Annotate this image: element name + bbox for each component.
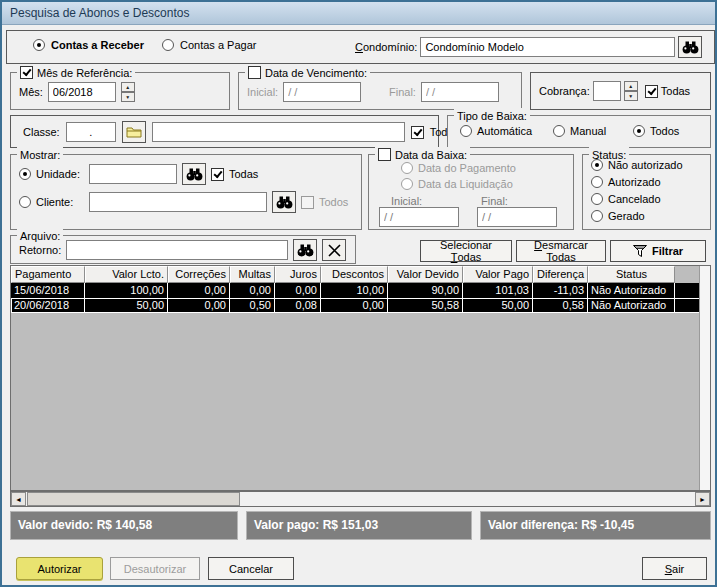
mes-label: Mês: <box>19 86 43 98</box>
desmarcar-todas-button[interactable]: Desmarcar Todas <box>516 240 606 262</box>
vencimento-final-input[interactable] <box>421 82 499 102</box>
column-header-7[interactable]: Valor Devido <box>388 266 463 283</box>
radio-status-autorizado[interactable]: Autorizado <box>591 176 661 188</box>
cobranca-todas-checkbox[interactable] <box>645 85 658 98</box>
scroll-right-arrow[interactable]: ► <box>695 492 710 506</box>
column-header-4[interactable]: Multas <box>230 266 275 283</box>
mostrar-unidade-radio[interactable] <box>19 168 31 180</box>
selecionar-todas-button[interactable]: Selecionar Todas <box>420 240 512 262</box>
retorno-search-button[interactable] <box>293 239 317 261</box>
cliente-todos-checkbox[interactable] <box>301 196 314 209</box>
radio-icon <box>33 39 45 51</box>
spin-up-icon[interactable]: ▲ <box>624 81 638 91</box>
radio-data-pagamento[interactable]: Data do Pagamento <box>401 162 516 174</box>
column-header-1[interactable]: Pagamento <box>11 266 85 283</box>
summary-valor-pago: Valor pago: R$ 151,03 <box>246 511 472 540</box>
radio-label: Automática <box>477 125 532 137</box>
radio-contas-a-pagar[interactable]: Contas a Pagar <box>162 39 256 51</box>
table-cell: Não Autorizado <box>588 298 675 313</box>
desautorizar-button[interactable]: Desautorizar <box>110 557 200 580</box>
baixa-final-input[interactable] <box>477 207 557 227</box>
cobranca-label: Cobrança: <box>539 85 590 97</box>
radio-label: Data da Liquidação <box>418 178 513 190</box>
unidade-search-button[interactable] <box>182 163 206 185</box>
scroll-thumb[interactable] <box>27 492 240 506</box>
button-label: Selecionar Todas <box>427 239 505 263</box>
retorno-input[interactable] <box>66 240 288 260</box>
group-data-vencimento: Data de Vencimento: Inicial: Final: <box>238 72 522 110</box>
data-baixa-checkbox[interactable] <box>378 148 391 161</box>
column-header-9[interactable]: Diferença <box>533 266 588 283</box>
unidade-input[interactable] <box>89 164 177 184</box>
radio-status-nao-autorizado[interactable]: Não autorizado <box>591 159 683 171</box>
spin-down-icon[interactable]: ▼ <box>624 91 638 101</box>
retorno-clear-button[interactable] <box>322 239 346 261</box>
button-label: Cancelar <box>229 563 273 575</box>
button-label: Filtrar <box>652 245 683 257</box>
mes-spinner[interactable]: ▲▼ <box>121 82 135 102</box>
radio-label: Cancelado <box>608 193 661 205</box>
unidade-todas-checkbox[interactable] <box>211 168 224 181</box>
radio-status-cancelado[interactable]: Cancelado <box>591 193 661 205</box>
spin-up-icon[interactable]: ▲ <box>121 82 135 92</box>
group-mes-referencia: Mês de Referência: Mês: ▲▼ <box>10 72 230 110</box>
grid-horizontal-scrollbar[interactable]: ◄ ► <box>10 491 711 507</box>
column-header-5[interactable]: Juros <box>275 266 321 283</box>
spin-down-icon[interactable]: ▼ <box>121 92 135 102</box>
radio-status-gerado[interactable]: Gerado <box>591 210 645 222</box>
sair-button[interactable]: Sair <box>642 557 707 580</box>
unidade-label: Unidade: <box>36 168 84 180</box>
x-icon <box>328 244 341 257</box>
cliente-search-button[interactable] <box>272 191 296 213</box>
radio-label: Gerado <box>608 210 645 222</box>
table-row[interactable]: 20/06/201850,000,000,500,080,0050,5850,0… <box>11 298 710 313</box>
cliente-todos-label: Todos <box>319 196 348 208</box>
cliente-input[interactable] <box>89 192 267 212</box>
radio-contas-a-receber[interactable]: Contas a Receber <box>33 39 144 51</box>
scroll-track[interactable] <box>240 492 695 506</box>
radio-icon <box>162 39 174 51</box>
group-title: Mês de Referência: <box>37 67 132 79</box>
classe-todas-checkbox[interactable] <box>411 126 424 139</box>
summary-valor-devido: Valor devido: R$ 140,58 <box>10 511 238 540</box>
filtrar-button[interactable]: Filtrar <box>610 240 706 262</box>
baixa-inicial-input[interactable] <box>379 207 459 227</box>
results-grid: PagamentoValor Lcto.CorreçõesMultasJuros… <box>10 265 711 491</box>
column-header-3[interactable]: Correções <box>168 266 230 283</box>
group-data-baixa: Data da Baixa: Data do Pagamento Data da… <box>368 154 574 230</box>
data-vencimento-checkbox[interactable] <box>248 66 261 79</box>
summary-valor-diferenca: Valor diferença: R$ -10,45 <box>480 511 711 540</box>
condominio-input[interactable] <box>420 37 675 57</box>
table-cell: 0,58 <box>533 298 588 313</box>
scroll-left-arrow[interactable]: ◄ <box>11 492 26 506</box>
classe-name-input[interactable] <box>152 122 405 142</box>
radio-icon <box>401 162 413 174</box>
radio-baixa-automatica[interactable]: Automática <box>460 125 532 137</box>
cobranca-spinner[interactable]: ▲▼ <box>624 81 638 101</box>
mes-input[interactable] <box>48 82 116 102</box>
column-header-10[interactable]: Status <box>588 266 675 283</box>
cancelar-button[interactable]: Cancelar <box>208 557 294 580</box>
unidade-todas-label: Todas <box>229 168 258 180</box>
radio-baixa-manual[interactable]: Manual <box>553 125 606 137</box>
column-header-2[interactable]: Valor Lcto. <box>85 266 168 283</box>
table-cell: 0,00 <box>230 283 275 298</box>
group-title: Data da Baixa: <box>395 149 467 161</box>
column-header-6[interactable]: Descontos <box>321 266 388 283</box>
table-cell: 100,00 <box>85 283 168 298</box>
classe-folder-button[interactable] <box>122 121 146 143</box>
radio-data-liquidacao[interactable]: Data da Liquidação <box>401 178 513 190</box>
autorizar-button[interactable]: Autorizar <box>16 557 103 580</box>
radio-label: Contas a Pagar <box>180 39 256 51</box>
mes-referencia-checkbox[interactable] <box>20 66 33 79</box>
column-header-8[interactable]: Valor Pago <box>463 266 533 283</box>
cobranca-input[interactable] <box>593 81 621 101</box>
classe-code-input[interactable] <box>66 122 116 142</box>
radio-baixa-todos[interactable]: Todos <box>633 125 679 137</box>
table-cell: 90,00 <box>388 283 463 298</box>
mostrar-cliente-radio[interactable] <box>19 196 31 208</box>
table-row[interactable]: 15/06/2018100,000,000,000,0010,0090,0010… <box>11 283 710 298</box>
table-cell: 15/06/2018 <box>11 283 85 298</box>
condominio-search-button[interactable] <box>678 36 702 58</box>
vencimento-inicial-input[interactable] <box>283 82 361 102</box>
